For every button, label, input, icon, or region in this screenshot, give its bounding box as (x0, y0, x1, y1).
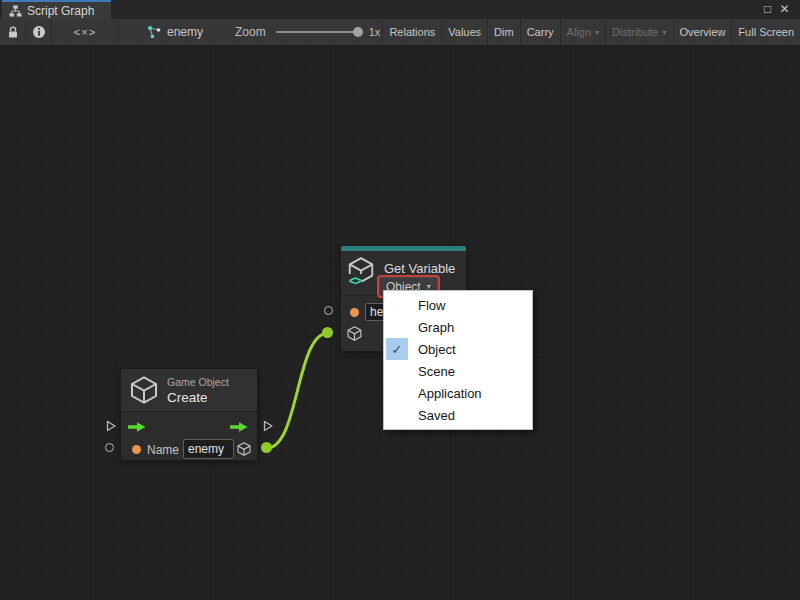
carry-button[interactable]: Carry (520, 19, 560, 45)
variable-name-port-dot (350, 308, 359, 317)
graph-icon (147, 25, 161, 39)
breadcrumb-graph-name: enemy (167, 25, 203, 39)
name-port-label: Name (147, 443, 179, 457)
game-object-icon (128, 374, 160, 406)
menu-item-scene[interactable]: Scene (384, 360, 532, 382)
menu-item-saved[interactable]: Saved (384, 404, 532, 426)
zoom-slider[interactable] (276, 31, 360, 33)
game-object-output-icon (236, 441, 252, 457)
window-controls: ⋮ □ ✕ (759, 0, 800, 19)
create-node-title: Create (167, 390, 208, 405)
code-icon: <×> (74, 26, 96, 38)
toolbar-actions: Relations Values Dim Carry Align▾ Distri… (382, 19, 800, 45)
title-bar: Script Graph ⋮ □ ✕ (0, 0, 800, 19)
tab-title: Script Graph (27, 4, 94, 18)
menu-item-graph[interactable]: Graph (384, 316, 532, 338)
overview-button[interactable]: Overview (673, 19, 732, 45)
code-preview-button[interactable]: <×> (52, 19, 119, 45)
name-input[interactable] (183, 439, 234, 459)
graph-toolbar: <×> enemy Zoom 1x Relations Values Dim C… (0, 19, 800, 46)
relations-button[interactable]: Relations (382, 19, 441, 45)
chevron-down-icon: ▾ (663, 28, 667, 37)
check-icon: ✓ (386, 338, 408, 360)
zoom-slider-knob[interactable] (353, 27, 363, 37)
lock-icon (6, 25, 20, 39)
zoom-control: Zoom 1x (235, 19, 380, 45)
tab-script-graph[interactable]: Script Graph (2, 0, 111, 19)
inspect-button[interactable] (26, 19, 52, 45)
get-variable-name-input-port[interactable] (324, 306, 333, 315)
graph-breadcrumb[interactable]: enemy (141, 19, 209, 45)
kind-dropdown-menu: Flow Graph ✓ Object Scene Application Sa… (383, 290, 533, 430)
script-graph-icon (9, 5, 22, 17)
info-icon (32, 25, 46, 39)
code-brackets-icon: <> (348, 274, 362, 288)
menu-item-flow[interactable]: Flow (384, 294, 532, 316)
menu-item-application[interactable]: Application (384, 382, 532, 404)
graph-canvas[interactable]: Game Object Create Name <> Get Variable … (0, 46, 800, 600)
close-button[interactable]: ✕ (776, 1, 793, 18)
script-graph-window: Script Graph ⋮ □ ✕ <×> enemy Zoom 1x (0, 0, 800, 600)
node-game-object-create[interactable]: Game Object Create Name (120, 368, 258, 461)
get-variable-object-input-port[interactable] (322, 327, 333, 338)
dim-button[interactable]: Dim (487, 19, 520, 45)
zoom-value: 1x (369, 26, 381, 38)
object-input-icon (346, 325, 363, 342)
full-screen-button[interactable]: Full Screen (731, 19, 800, 45)
create-node-category: Game Object (167, 376, 229, 388)
maximize-button[interactable]: □ (759, 1, 776, 18)
distribute-button[interactable]: Distribute▾ (605, 19, 672, 45)
flow-in-arrow-icon (127, 421, 147, 433)
create-flow-input-port[interactable] (105, 420, 117, 432)
lock-button[interactable] (0, 19, 26, 45)
chevron-down-icon: ▾ (595, 28, 599, 37)
create-name-input-port[interactable] (105, 443, 114, 452)
zoom-label: Zoom (235, 25, 266, 39)
name-port-dot (132, 445, 141, 454)
get-variable-title: Get Variable (384, 261, 455, 276)
create-object-output-port[interactable] (261, 442, 272, 453)
create-node-header: Game Object Create (121, 369, 257, 412)
menu-item-object[interactable]: ✓ Object (384, 338, 532, 360)
create-flow-output-port[interactable] (262, 420, 274, 432)
align-button[interactable]: Align▾ (560, 19, 605, 45)
flow-out-arrow-icon (229, 421, 249, 433)
values-button[interactable]: Values (441, 19, 487, 45)
